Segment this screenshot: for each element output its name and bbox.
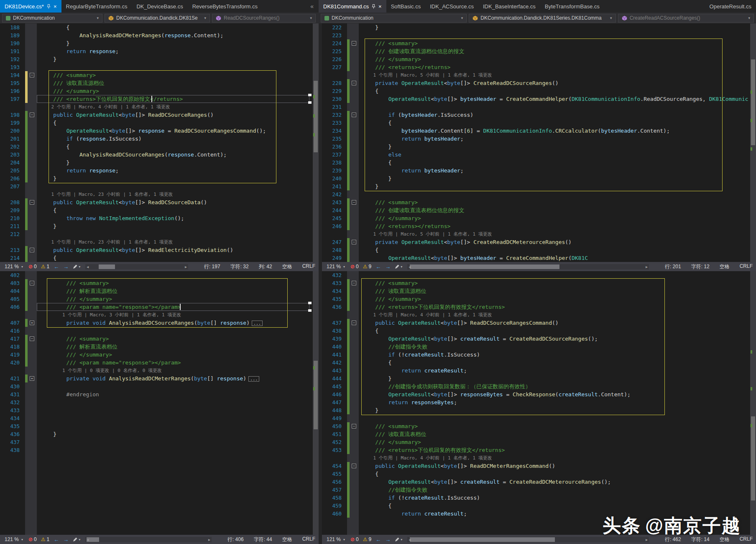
code-lines[interactable]: 402403− /// <summary>404 /// 解析直流源档位405 … [0, 271, 313, 454]
project-dropdown[interactable]: DKCommunication ▾ [2, 14, 102, 23]
error-badge[interactable]: ⊘0 [27, 264, 38, 269]
fold-collapse-icon[interactable]: − [352, 41, 356, 46]
pin-icon[interactable] [47, 4, 51, 9]
scroll-left-arrow[interactable]: ◂ [409, 264, 411, 269]
codelens-info[interactable]: 1 个引用 | Macro, 23 小时前 | 1 名作者, 1 项更改 [37, 190, 313, 198]
fold-collapse-icon[interactable]: − [30, 200, 34, 205]
collapsed-code-box[interactable]: ... [248, 376, 259, 382]
horizontal-scrollbar[interactable]: ◂▸ [85, 264, 188, 269]
horizontal-scrollbar[interactable]: ◂▸ [407, 264, 649, 269]
warning-badge[interactable]: ⚠9 [361, 536, 373, 542]
error-badge[interactable]: ⊘0 [27, 536, 38, 542]
navigate-back-button[interactable]: ← [374, 264, 383, 270]
codelens-info[interactable]: 1 个引用 | 0 项更改 | 0 名作者, 0 项更改 [37, 367, 313, 375]
fold-collapse-icon[interactable]: − [30, 248, 34, 252]
editor-pane-bottom-right[interactable]: 432433− /// <summary>434 /// 读取直流源档位435 … [322, 271, 756, 535]
navigate-forward-button[interactable]: → [61, 536, 70, 543]
member-dropdown[interactable]: ReadDCSourceRanges() ▾ [212, 14, 316, 23]
scroll-left-arrow[interactable]: ◂ [87, 537, 89, 542]
close-icon[interactable]: × [378, 4, 382, 9]
editor-pane-top-left[interactable]: 188 {189 AnalysisReadDCMeterRanges(respo… [0, 23, 319, 262]
navigate-back-button[interactable]: ← [374, 536, 383, 543]
fold-collapse-icon[interactable]: − [30, 113, 34, 117]
navigate-back-button[interactable]: ← [52, 536, 61, 543]
codelens-info[interactable]: 1 个引用 | Macro, 5 小时前 | 1 名作者, 1 项更改 [359, 71, 750, 79]
scroll-right-arrow[interactable]: ▸ [646, 264, 648, 269]
scroll-right-arrow[interactable]: ▸ [208, 537, 210, 542]
fold-collapse-icon[interactable]: − [30, 73, 34, 77]
fold-collapse-icon[interactable]: − [352, 321, 356, 325]
pin-icon[interactable] [372, 4, 375, 9]
tab-regularbytetransformcs[interactable]: RegularByteTransform.cs [61, 0, 132, 13]
tab-operateresultcs[interactable]: OperateResult.cs [705, 0, 756, 13]
tab-dkdevicebasecs[interactable]: DK_DeviceBase.cs [132, 0, 187, 13]
codelens-info[interactable]: 1 个引用 | Macro, 4 小时前 | 1 名作者, 1 项更改 [359, 311, 750, 319]
tab-overflow-icon[interactable]: « [305, 0, 319, 13]
warning-badge[interactable]: ⚠1 [39, 264, 51, 269]
editor-pane-bottom-left[interactable]: 402403− /// <summary>404 /// 解析直流源档位405 … [0, 271, 319, 535]
vertical-scrollbar[interactable] [750, 23, 756, 262]
codelens-info[interactable]: 1 个引用 | Macro, 3 小时前 | 1 名作者, 1 项更改 [37, 311, 313, 319]
zoom-selector[interactable]: 121 %▾ [2, 264, 26, 269]
tab-softbasiccs[interactable]: SoftBasic.cs [386, 0, 426, 13]
navigate-back-button[interactable]: ← [52, 264, 61, 270]
editor-pane-top-right[interactable]: 222 }223224− /// <summary>225 /// 创建读取直流… [322, 23, 756, 262]
navigate-forward-button[interactable]: → [383, 264, 392, 270]
fold-expand-icon[interactable]: + [30, 376, 34, 381]
fold-collapse-icon[interactable]: − [352, 240, 356, 244]
codelens-info[interactable]: 1 个引用 | Macro, 23 小时前 | 1 名作者, 1 项更改 [37, 238, 313, 246]
class-dropdown[interactable]: DKCommunication.Dandick.DK81Se ▾ [105, 14, 210, 23]
warning-badge[interactable]: ⚠9 [361, 264, 373, 269]
error-badge[interactable]: ⊘0 [349, 264, 360, 269]
vertical-scrollbar[interactable] [313, 271, 319, 535]
tab-idkbaseinterfacecs[interactable]: IDK_BaseInterface.cs [478, 0, 540, 13]
horizontal-scrollbar[interactable]: ◂▸ [85, 537, 212, 542]
fold-collapse-icon[interactable]: − [30, 281, 34, 285]
collapsed-code-box[interactable]: ... [252, 321, 263, 326]
class-dropdown[interactable]: DKCommunication.Dandick.DK81Series.DK81C… [469, 14, 616, 23]
fold-expand-icon[interactable]: + [30, 321, 34, 325]
scroll-left-arrow[interactable]: ◂ [409, 537, 411, 542]
edit-marker-icon[interactable]: ▾ [71, 264, 82, 269]
scrollbar-thumb[interactable] [410, 264, 559, 269]
scroll-left-arrow[interactable]: ◂ [87, 264, 89, 269]
codelens-info[interactable]: 1 个引用 | Macro, 4 小时前 | 1 名作者, 1 项更改 [359, 454, 750, 462]
fold-collapse-icon[interactable]: − [352, 464, 356, 468]
fold-collapse-icon[interactable]: − [352, 424, 356, 429]
error-badge[interactable]: ⊘0 [349, 536, 360, 542]
fold-collapse-icon[interactable]: − [352, 200, 356, 205]
scrollbar-thumb[interactable] [751, 59, 755, 145]
code-lines[interactable]: 188 {189 AnalysisReadDCMeterRanges(respo… [0, 23, 313, 262]
edit-marker-icon[interactable]: ▾ [393, 537, 404, 542]
edit-marker-icon[interactable]: ▾ [393, 264, 404, 269]
codelens-info[interactable]: 2 个引用 | Macro, 4 小时前 | 1 名作者, 1 项更改 [37, 103, 313, 111]
zoom-selector[interactable]: 121 %▾ [324, 264, 348, 269]
scrollbar-thumb[interactable] [751, 416, 755, 501]
scrollbar-thumb[interactable] [410, 537, 555, 542]
project-dropdown[interactable]: DKCommunication ▾ [321, 14, 467, 23]
member-dropdown[interactable]: CreateReadACSourceRanges() ▾ [618, 14, 754, 23]
tab-reversebytestransformcs[interactable]: ReverseBytesTransform.cs [188, 0, 262, 13]
vertical-scrollbar[interactable] [750, 271, 756, 535]
tab-dk81commandcs[interactable]: DK81Command.cs× [319, 0, 386, 13]
fold-collapse-icon[interactable]: − [352, 281, 356, 285]
zoom-selector[interactable]: 121 %▾ [2, 536, 26, 542]
fold-collapse-icon[interactable]: − [352, 81, 356, 85]
navigate-forward-button[interactable]: → [383, 536, 392, 543]
scrollbar-thumb[interactable] [314, 361, 318, 429]
scrollbar-thumb[interactable] [99, 264, 115, 269]
code-lines[interactable]: 432433− /// <summary>434 /// 读取直流源档位435 … [322, 271, 750, 518]
fold-collapse-icon[interactable]: − [352, 113, 356, 117]
edit-marker-icon[interactable]: ▾ [71, 537, 82, 542]
navigate-forward-button[interactable]: → [61, 264, 70, 270]
vertical-scrollbar[interactable] [313, 23, 319, 262]
zoom-selector[interactable]: 121 %▾ [324, 536, 348, 542]
fold-collapse-icon[interactable]: − [30, 336, 34, 341]
tab-dk81devicecs[interactable]: DK81Device.cs*× [0, 0, 61, 13]
close-icon[interactable]: × [54, 4, 57, 9]
tab-idkacsourcecs[interactable]: IDK_ACSource.cs [425, 0, 478, 13]
warning-badge[interactable]: ⚠1 [39, 536, 51, 542]
vertical-splitter[interactable] [319, 23, 322, 544]
codelens-info[interactable]: 1 个引用 | Macro, 5 小时前 | 1 名作者, 1 项更改 [359, 230, 750, 238]
scroll-right-arrow[interactable]: ▸ [185, 264, 187, 269]
